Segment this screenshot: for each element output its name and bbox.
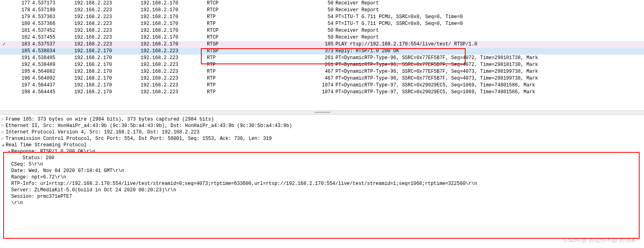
packet-source: 192.168.2.223 <box>74 7 141 14</box>
packet-source: 192.168.2.223 <box>74 0 141 7</box>
packet-row[interactable]: 1824.537455192.168.2.223192.168.2.170RTC… <box>0 34 644 41</box>
packet-protocol: RTP <box>207 82 319 89</box>
packet-protocol: RTP <box>207 89 319 96</box>
packet-length: 1074 <box>319 82 335 89</box>
packet-length: 50 <box>319 7 335 14</box>
packet-time: 4.564092 <box>32 75 74 82</box>
rtsp-status[interactable]: Status: 200 <box>22 155 644 161</box>
packet-destination: 192.168.2.223 <box>141 61 207 68</box>
packet-row[interactable]: 1794.537363192.168.2.223192.168.2.170RTP… <box>0 14 644 20</box>
packet-number: 180 <box>8 20 32 27</box>
ip-summary[interactable]: Internet Protocol Version 4, Src: 192.16… <box>6 129 644 135</box>
collapse-icon[interactable]: ◢ <box>0 142 6 148</box>
packet-time: 4.537363 <box>32 14 74 20</box>
packet-info: Receiver Report <box>335 0 644 7</box>
ethernet-summary[interactable]: Ethernet II, Src: HonHaiPr_a4:43:9b (9c:… <box>6 123 644 129</box>
packet-time: 4.537173 <box>32 0 74 7</box>
packet-length: 467 <box>319 68 335 75</box>
packet-protocol: RTP <box>207 68 319 75</box>
packet-source: 192.168.2.223 <box>74 14 141 20</box>
packet-mark <box>0 68 8 75</box>
packet-length: 185 <box>319 41 335 48</box>
packet-row[interactable]: 1854.538034192.168.2.170192.168.2.223RTS… <box>0 48 644 55</box>
packet-row[interactable]: 1954.564082192.168.2.170192.168.2.223RTP… <box>0 68 644 75</box>
packet-protocol: RTP <box>207 20 319 27</box>
packet-source: 192.168.2.223 <box>74 27 141 34</box>
packet-source: 192.168.2.223 <box>74 20 141 27</box>
packet-number: 185 <box>8 48 32 55</box>
packet-destination: 192.168.2.170 <box>141 7 207 14</box>
packet-row[interactable]: 1804.537366192.168.2.223192.168.2.170RTP… <box>0 20 644 27</box>
packet-length: 261 <box>319 55 335 61</box>
packet-length: 373 <box>319 48 335 55</box>
packet-mark <box>0 75 8 82</box>
packet-destination: 192.168.2.170 <box>141 34 207 41</box>
rtsp-server[interactable]: Server: ZLMediaKit-5.0(build in Oct 24 2… <box>11 187 644 193</box>
rtsp-range[interactable]: Range: npt=6.72\r\n <box>11 174 644 180</box>
packet-source: 192.168.2.170 <box>74 48 141 55</box>
rtsp-end[interactable]: \r\n <box>11 200 644 206</box>
rtsp-rtpinfo[interactable]: RTP-Info: url=rtsp://192.168.2.170:554/l… <box>11 180 644 187</box>
packet-destination: 192.168.2.223 <box>141 75 207 82</box>
packet-protocol: RTP <box>207 55 319 61</box>
packet-protocol: RTCP <box>207 34 319 41</box>
packet-time: 4.537455 <box>32 34 74 41</box>
packet-time: 4.537537 <box>32 41 74 48</box>
collapse-icon[interactable]: ◢ <box>6 148 11 155</box>
packet-mark <box>0 0 8 7</box>
packet-row[interactable]: 1964.564092192.168.2.170192.168.2.223RTP… <box>0 75 644 82</box>
rtsp-session[interactable]: Session: prmc371ePTE7 <box>11 193 644 200</box>
packet-destination: 192.168.2.170 <box>141 0 207 7</box>
packet-number: 181 <box>8 27 32 34</box>
packet-row[interactable]: 1774.537173192.168.2.223192.168.2.170RTC… <box>0 0 644 7</box>
packet-time: 4.537452 <box>32 27 74 34</box>
expand-icon[interactable]: ▷ <box>0 135 6 142</box>
packet-row[interactable]: 1984.564445192.168.2.170192.168.2.223RTP… <box>0 89 644 96</box>
packet-info: PT=DynamicRTP-Type-96, SSRC=0x77EF5B7F, … <box>335 68 644 75</box>
packet-protocol: RTCP <box>207 7 319 14</box>
rtsp-cseq[interactable]: CSeq: 5\r\n <box>11 161 644 168</box>
packet-info: Receiver Report <box>335 34 644 41</box>
packet-row[interactable]: 1974.564437192.168.2.170192.168.2.223RTP… <box>0 82 644 89</box>
packet-mark <box>0 48 8 55</box>
packet-info: PT=DynamicRTP-Type-97, SSRC=0x29029EC5, … <box>335 89 644 96</box>
packet-mark <box>0 34 8 41</box>
packet-info: PT=DynamicRTP-Type-96, SSRC=0x77EF5B7F, … <box>335 55 644 61</box>
packet-row[interactable]: 1924.538489192.168.2.170192.168.2.223RTP… <box>0 61 644 68</box>
packet-mark <box>0 7 8 14</box>
packet-row[interactable]: 1914.538485192.168.2.170192.168.2.223RTP… <box>0 55 644 61</box>
packet-time: 4.564445 <box>32 89 74 96</box>
packet-time: 4.564437 <box>32 82 74 89</box>
packet-length: 261 <box>319 61 335 68</box>
pane-splitter[interactable] <box>0 111 644 115</box>
packet-row[interactable]: 1784.537190192.168.2.223192.168.2.170RTC… <box>0 7 644 14</box>
packet-list-pane[interactable]: 1774.537173192.168.2.223192.168.2.170RTC… <box>0 0 644 111</box>
expand-icon[interactable]: ▷ <box>0 129 6 135</box>
packet-number: 183 <box>8 41 32 48</box>
packet-time: 4.537366 <box>32 20 74 27</box>
packet-detail-pane[interactable]: ▷ Frame 185: 373 bytes on wire (2984 bit… <box>0 115 644 248</box>
packet-destination: 192.168.2.170 <box>141 27 207 34</box>
packet-number: 192 <box>8 61 32 68</box>
packet-info: PT=DynamicRTP-Type-97, SSRC=0x29029EC5, … <box>335 82 644 89</box>
packet-time: 4.537190 <box>32 7 74 14</box>
packet-info: PT=DynamicRTP-Type-96, SSRC=0x77EF5B7F, … <box>335 61 644 68</box>
expand-icon[interactable]: ▷ <box>0 116 6 123</box>
packet-number: 191 <box>8 55 32 61</box>
packet-length: 50 <box>319 0 335 7</box>
packet-protocol: RTCP <box>207 0 319 7</box>
packet-destination: 192.168.2.223 <box>141 82 207 89</box>
rtsp-summary[interactable]: Real Time Streaming Protocol <box>6 142 644 148</box>
tcp-summary[interactable]: Transmission Control Protocol, Src Port:… <box>6 135 644 142</box>
expand-icon[interactable]: ▷ <box>0 123 6 129</box>
rtsp-response[interactable]: Response: RTSP/1.0 200 OK\r\n <box>11 148 644 155</box>
packet-number: 177 <box>8 0 32 7</box>
packet-row[interactable]: 1814.537452192.168.2.223192.168.2.170RTC… <box>0 27 644 34</box>
packet-destination: 192.168.2.223 <box>141 55 207 61</box>
packet-row[interactable]: ✓1834.537537192.168.2.223192.168.2.170RT… <box>0 41 644 48</box>
packet-mark <box>0 55 8 61</box>
packet-info: Reply: RTSP/1.0 200 OK <box>335 48 644 55</box>
packet-source: 192.168.2.170 <box>74 68 141 75</box>
rtsp-date[interactable]: Date: Wed, Nov 04 2020 07:18:41 GMT\r\n <box>11 168 644 174</box>
frame-summary[interactable]: Frame 185: 373 bytes on wire (2984 bits)… <box>6 116 644 123</box>
